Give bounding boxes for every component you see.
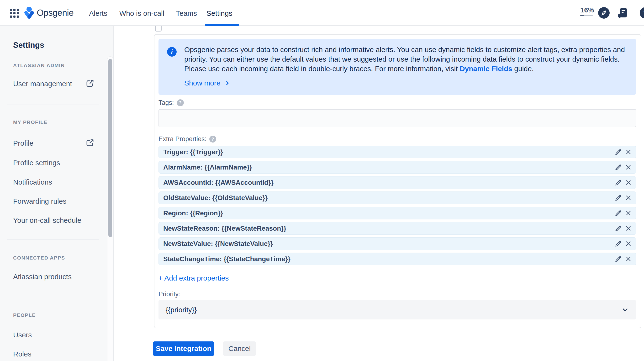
edit-pencil-icon[interactable] (615, 240, 622, 247)
sidebar-divider (7, 104, 99, 105)
extra-property-row: StateChangeTime: {{StateChangeTime}} (158, 252, 636, 265)
sidebar-section-atlassian-admin: ATLASSIAN ADMIN (13, 62, 65, 68)
sidebar-scrollbar-track[interactable] (107, 56, 114, 361)
edit-pencil-icon[interactable] (615, 210, 622, 217)
usage-meter[interactable]: 16% (580, 6, 593, 16)
tags-label-row: Tags: ? (158, 99, 184, 106)
explore-compass-icon[interactable] (598, 7, 610, 18)
extra-property-row: Trigger: {{Trigger}} (158, 146, 636, 158)
banner-line-2: priority. You can either use the default… (184, 54, 633, 64)
save-integration-button[interactable]: Save Integration (153, 342, 214, 356)
chevron-down-icon (621, 306, 629, 314)
top-nav: Opsgenie Alerts Who is on-call Teams Set… (0, 0, 644, 26)
integration-settings-card: i Opsgenie parses your data to construct… (154, 34, 641, 328)
banner-line-3: Please use each incoming data field in d… (184, 64, 633, 74)
edit-pencil-icon[interactable] (615, 256, 622, 263)
opsgenie-settings-screen: Opsgenie Alerts Who is on-call Teams Set… (0, 0, 644, 361)
extra-property-row: NewStateValue: {{NewStateValue}} (158, 237, 636, 250)
chevron-right-icon (224, 80, 230, 86)
sidebar-item-your-on-call-schedule[interactable]: Your on-call schedule (13, 216, 82, 224)
help-icon[interactable]: ? (640, 7, 644, 18)
opsgenie-logo-icon[interactable] (24, 7, 34, 19)
sidebar-section-people: PEOPLE (13, 312, 36, 318)
extra-property-row: AWSAccountId: {{AWSAccountId}} (158, 176, 636, 189)
sidebar-scrollbar-thumb[interactable] (108, 59, 112, 237)
tags-help-icon[interactable]: ? (177, 99, 184, 106)
sidebar-item-forwarding-rules[interactable]: Forwarding rules (13, 197, 66, 205)
remove-x-icon[interactable] (625, 256, 632, 262)
sidebar-item-roles[interactable]: Roles (13, 350, 32, 358)
remove-x-icon[interactable] (625, 179, 632, 186)
sidebar-item-notifications[interactable]: Notifications (13, 178, 52, 186)
usage-percent: 16% (580, 6, 593, 14)
remove-x-icon[interactable] (625, 225, 632, 232)
banner-text: Opsgenie parses your data to construct r… (184, 45, 633, 74)
banner-line-1: Opsgenie parses your data to construct r… (184, 45, 633, 54)
sidebar-item-profile-settings[interactable]: Profile settings (13, 159, 60, 167)
sidebar-section-connected-apps: CONNECTED APPS (13, 255, 65, 261)
info-icon: i (167, 47, 177, 56)
extra-property-row: OldStateValue: {{OldStateValue}} (158, 192, 636, 204)
extra-property-row: NewStateReason: {{NewStateReason}} (158, 222, 636, 235)
show-more-link[interactable]: Show more (184, 79, 230, 87)
active-tab-indicator (205, 24, 239, 26)
sidebar-title: Settings (13, 40, 44, 50)
priority-label: Priority: (158, 290, 180, 298)
cancel-button[interactable]: Cancel (223, 342, 256, 356)
extra-property-row: Region: {{Region}} (158, 207, 636, 220)
sidebar-item-profile[interactable]: Profile (13, 139, 34, 147)
extra-properties-help-icon[interactable]: ? (209, 136, 216, 142)
nav-who-is-on-call[interactable]: Who is on-call (119, 9, 164, 18)
nav-teams[interactable]: Teams (176, 9, 197, 18)
external-link-icon (86, 138, 94, 149)
priority-value: {{priority}} (166, 306, 621, 314)
sidebar: Settings ATLASSIAN ADMIN User management… (0, 26, 114, 361)
sidebar-divider (7, 297, 99, 297)
info-banner: i Opsgenie parses your data to construct… (158, 39, 636, 95)
remove-x-icon[interactable] (625, 210, 632, 216)
remove-x-icon[interactable] (625, 240, 632, 247)
tags-input[interactable] (158, 109, 636, 127)
edit-pencil-icon[interactable] (615, 164, 622, 171)
edit-pencil-icon[interactable] (615, 148, 622, 156)
extra-property-row: AlarmName: {{AlarmName}} (158, 161, 636, 174)
sidebar-item-users[interactable]: Users (13, 331, 32, 339)
sidebar-item-atlassian-products[interactable]: Atlassian products (13, 273, 72, 281)
edit-pencil-icon[interactable] (615, 179, 622, 186)
clipped-checkbox[interactable] (155, 26, 162, 32)
sidebar-item-user-management[interactable]: User management (13, 80, 72, 88)
sidebar-divider (7, 240, 99, 240)
priority-select[interactable]: {{priority}} (158, 300, 636, 320)
nav-settings-active[interactable]: Settings (206, 9, 232, 18)
main-content: i Opsgenie parses your data to construct… (114, 26, 644, 361)
dynamic-fields-link[interactable]: Dynamic Fields (460, 65, 512, 72)
app-switcher-icon[interactable] (10, 9, 19, 18)
edit-pencil-icon[interactable] (615, 225, 622, 232)
add-extra-properties-link[interactable]: + Add extra properties (158, 274, 229, 282)
sidebar-section-my-profile: MY PROFILE (13, 120, 48, 125)
whats-new-icon[interactable] (617, 7, 629, 18)
extra-properties-list: Trigger: {{Trigger}} AlarmName: {{AlarmN… (158, 146, 636, 268)
remove-x-icon[interactable] (625, 194, 632, 201)
remove-x-icon[interactable] (625, 149, 632, 155)
opsgenie-wordmark[interactable]: Opsgenie (37, 8, 74, 18)
external-link-icon (86, 79, 94, 90)
extra-properties-label-row: Extra Properties: ? (158, 136, 216, 143)
edit-pencil-icon[interactable] (615, 194, 622, 202)
remove-x-icon[interactable] (625, 164, 632, 170)
usage-progress-bar (580, 15, 593, 16)
nav-alerts[interactable]: Alerts (89, 9, 108, 18)
